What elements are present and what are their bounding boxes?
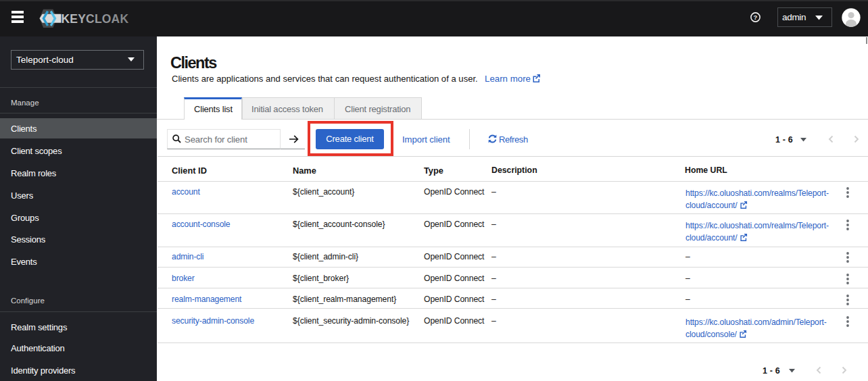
svg-text:KEYCLOAK: KEYCLOAK bbox=[62, 12, 129, 26]
svg-text:?: ? bbox=[754, 14, 758, 21]
